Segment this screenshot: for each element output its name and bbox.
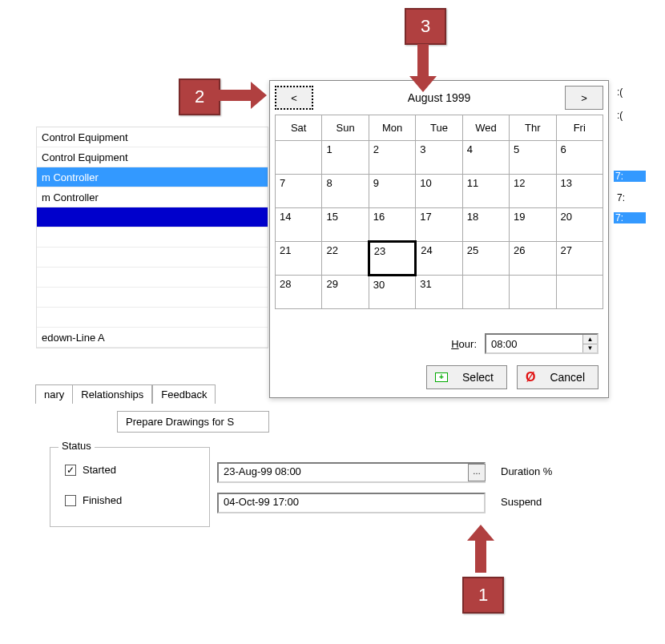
calendar-day[interactable]: 3 bbox=[416, 141, 462, 175]
calendar-day[interactable]: 2 bbox=[369, 141, 415, 175]
cancel-icon: Ø bbox=[526, 370, 535, 384]
calendar-day[interactable]: 22 bbox=[322, 242, 369, 276]
annotation-2: 2 bbox=[179, 78, 220, 115]
annotation-3: 3 bbox=[405, 8, 446, 45]
day-header: Mon bbox=[369, 115, 415, 141]
task-title-bar: Prepare Drawings for S bbox=[117, 411, 269, 433]
calendar-day[interactable]: 24 bbox=[416, 242, 462, 276]
day-header: Thr bbox=[510, 115, 556, 141]
hour-input[interactable] bbox=[486, 335, 582, 352]
list-item-selected[interactable]: m Controller bbox=[37, 167, 268, 187]
calendar-grid: Sat Sun Mon Tue Wed Thr Fri 1 2 3 4 5 6 … bbox=[275, 115, 603, 309]
time-fragment: 7: bbox=[614, 171, 646, 182]
annotation-1: 1 bbox=[462, 577, 504, 614]
status-legend: Status bbox=[58, 440, 95, 452]
time-fragment: 7: bbox=[617, 192, 649, 203]
date-picker-button[interactable]: … bbox=[468, 464, 486, 481]
date-picker-popup: < August 1999 > Sat Sun Mon Tue Wed Thr … bbox=[269, 80, 609, 398]
calendar-day[interactable]: 5 bbox=[510, 141, 556, 175]
started-date-input[interactable]: 23-Aug-99 08:00 bbox=[217, 462, 486, 483]
calendar-day[interactable]: 13 bbox=[556, 175, 603, 208]
calendar-day[interactable]: 17 bbox=[416, 208, 462, 242]
day-header: Fri bbox=[556, 115, 603, 141]
spinner-down-icon[interactable]: ▼ bbox=[583, 344, 597, 353]
started-label: Started bbox=[83, 464, 116, 476]
next-month-button[interactable]: > bbox=[565, 86, 603, 110]
plus-icon: + bbox=[435, 372, 448, 382]
calendar-day[interactable]: 29 bbox=[322, 276, 369, 309]
finished-checkbox[interactable] bbox=[65, 495, 76, 506]
list-item[interactable] bbox=[37, 308, 268, 328]
list-item[interactable] bbox=[37, 248, 268, 268]
calendar-day[interactable]: 21 bbox=[276, 242, 322, 276]
calendar-day[interactable]: 25 bbox=[462, 242, 509, 276]
day-header: Sat bbox=[276, 115, 322, 141]
list-item[interactable]: Control Equipment bbox=[37, 147, 268, 167]
day-header: Tue bbox=[416, 115, 462, 141]
list-item[interactable] bbox=[37, 288, 268, 308]
calendar-day[interactable]: 12 bbox=[510, 175, 556, 208]
calendar-day[interactable]: 4 bbox=[462, 141, 509, 175]
calendar-day[interactable]: 20 bbox=[556, 208, 603, 242]
list-item-highlight[interactable] bbox=[37, 207, 268, 227]
calendar-day[interactable] bbox=[276, 141, 322, 175]
suspend-label: Suspend bbox=[501, 496, 542, 508]
calendar-day[interactable] bbox=[510, 276, 556, 309]
hour-spinner[interactable]: ▲ ▼ bbox=[485, 333, 598, 354]
month-year-title[interactable]: August 1999 bbox=[313, 86, 565, 110]
finished-label: Finished bbox=[83, 494, 122, 506]
spinner-up-icon[interactable]: ▲ bbox=[583, 335, 597, 344]
calendar-day[interactable] bbox=[556, 276, 603, 309]
calendar-day[interactable]: 26 bbox=[510, 242, 556, 276]
time-fragment: 7: bbox=[614, 212, 646, 223]
status-groupbox: Status ✓ Started Finished bbox=[50, 447, 210, 527]
calendar-day[interactable]: 14 bbox=[276, 208, 322, 242]
calendar-day[interactable]: 30 bbox=[369, 276, 415, 309]
calendar-day[interactable]: 31 bbox=[416, 276, 462, 309]
select-button[interactable]: + Select bbox=[426, 365, 507, 389]
calendar-day[interactable]: 15 bbox=[322, 208, 369, 242]
calendar-day[interactable]: 11 bbox=[462, 175, 509, 208]
calendar-day-selected[interactable]: 23 bbox=[369, 242, 415, 276]
time-fragment: :( bbox=[617, 110, 649, 121]
finished-date-input[interactable]: 04-Oct-99 17:00 bbox=[217, 493, 486, 513]
calendar-day[interactable]: 18 bbox=[462, 208, 509, 242]
time-fragment: :( bbox=[617, 87, 649, 98]
tab-relationships[interactable]: Relationships bbox=[72, 384, 152, 404]
duration-label: Duration % bbox=[501, 465, 552, 477]
list-item[interactable] bbox=[37, 268, 268, 288]
list-item[interactable]: Control Equipment bbox=[37, 127, 268, 147]
list-item[interactable] bbox=[37, 227, 268, 248]
prev-month-button[interactable]: < bbox=[275, 86, 313, 110]
calendar-day[interactable]: 27 bbox=[556, 242, 603, 276]
day-header: Wed bbox=[462, 115, 509, 141]
tab-feedback[interactable]: Feedback bbox=[152, 384, 216, 404]
calendar-day[interactable]: 28 bbox=[276, 276, 322, 309]
hour-label: Hour: bbox=[451, 338, 477, 350]
list-item[interactable]: edown-Line A bbox=[37, 328, 268, 348]
calendar-day[interactable]: 1 bbox=[322, 141, 369, 175]
tab-summary[interactable]: nary bbox=[35, 384, 72, 404]
calendar-day[interactable]: 9 bbox=[369, 175, 415, 208]
calendar-day[interactable]: 10 bbox=[416, 175, 462, 208]
day-header: Sun bbox=[322, 115, 369, 141]
calendar-day[interactable]: 19 bbox=[510, 208, 556, 242]
calendar-day[interactable] bbox=[462, 276, 509, 309]
cancel-button[interactable]: Ø Cancel bbox=[517, 365, 598, 389]
calendar-day[interactable]: 7 bbox=[276, 175, 322, 208]
calendar-day[interactable]: 16 bbox=[369, 208, 415, 242]
list-item[interactable]: m Controller bbox=[37, 187, 268, 207]
started-checkbox[interactable]: ✓ bbox=[65, 465, 76, 476]
calendar-day[interactable]: 8 bbox=[322, 175, 369, 208]
calendar-day[interactable]: 6 bbox=[556, 141, 603, 175]
